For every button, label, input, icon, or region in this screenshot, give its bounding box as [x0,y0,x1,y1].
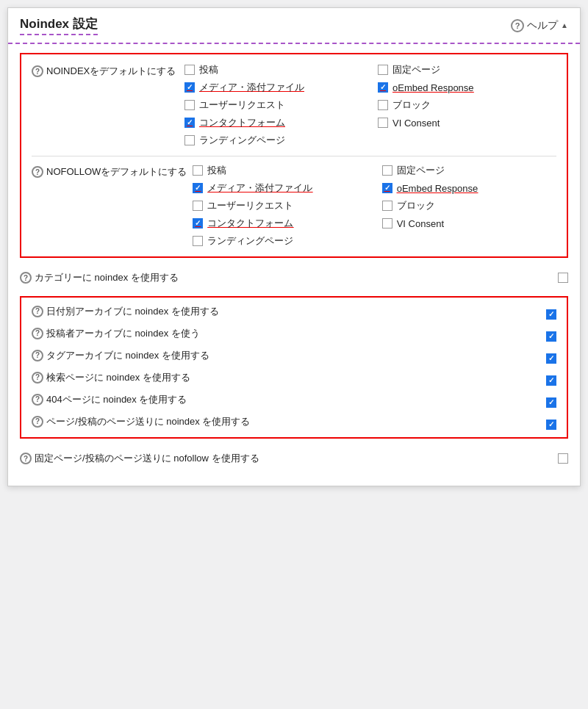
ni-post-checkbox[interactable] [184,65,195,75]
ar-404-question-icon[interactable]: ? [32,394,43,406]
ar-search-checkbox[interactable] [546,375,556,386]
nf-block-checkbox[interactable] [382,201,392,211]
archive-section: ? 日付別アーカイブに noindex を使用する ? 投稿者アーカイブに no… [20,296,568,439]
ni-vi-label: VI Consent [392,118,440,129]
ni-block-item: ブロック [378,98,556,112]
ar-tag-question-icon[interactable]: ? [32,350,43,361]
ar-404-row: ? 404ページに noindex を使用する [32,393,556,408]
nf-landing-checkbox[interactable] [193,236,203,246]
ar-date-label: ? 日付別アーカイブに noindex を使用する [32,305,540,318]
ar-author-row: ? 投稿者アーカイブに noindex を使う [32,327,556,342]
ar-author-cb-col [546,327,556,342]
ni-fixed-label: 固定ページ [392,63,440,76]
category-checkbox[interactable] [558,273,568,283]
nf-media-item: メディア・添付ファイル [193,181,367,195]
noindex-question-icon[interactable]: ? [32,65,43,77]
nofollow-row: ? NOFOLLOWをデフォルトにする 投稿 固定ページ [32,164,556,248]
ar-search-cb-col [546,371,556,386]
noindex-checkbox-grid: 投稿 固定ページ メディア・添付ファイル oEmbed Response [184,63,556,147]
nf-media-checkbox[interactable] [193,183,203,193]
nf-block-label: ブロック [397,199,435,212]
ni-landing-checkbox[interactable] [184,135,195,145]
ar-paged-row: ? ページ/投稿のページ送りに noindex を使用する [32,415,556,430]
ni-landing-label: ランディングページ [199,134,285,147]
fixed-page-question-icon[interactable]: ? [20,453,32,464]
ni-vi-item: VI Consent [378,116,556,129]
ar-paged-label: ? ページ/投稿のページ送りに noindex を使用する [32,415,540,428]
category-cb-col [558,271,568,286]
nofollow-label-text: NOFOLLOWをデフォルトにする [46,165,187,179]
ni-media-checkbox[interactable] [184,82,195,93]
ni-media-item: メディア・添付ファイル [184,81,363,94]
ni-user-label: ユーザーリクエスト [199,98,285,112]
ar-author-question-icon[interactable]: ? [32,328,43,339]
ni-block-checkbox[interactable] [378,100,388,110]
nofollow-question-icon[interactable]: ? [32,166,43,178]
ar-404-checkbox[interactable] [546,397,556,408]
ar-404-cb-col [546,393,556,408]
category-label-text: カテゴリーに noindex を使用する [35,271,179,284]
ar-paged-question-icon[interactable]: ? [32,416,43,428]
ni-oembed-item: oEmbed Response [378,81,556,94]
fixed-page-checkbox[interactable] [558,453,568,464]
ni-fixed-checkbox[interactable] [378,65,388,75]
ni-post-label: 投稿 [199,63,218,76]
help-link[interactable]: ? ヘルプ ▲ [511,19,568,32]
ar-author-checkbox[interactable] [546,331,556,342]
ar-date-question-icon[interactable]: ? [32,306,43,317]
category-question-icon[interactable]: ? [20,272,32,284]
help-caret-icon: ▲ [561,21,568,29]
nf-post-item: 投稿 [193,164,367,177]
nf-landing-label: ランディングページ [207,234,293,248]
page-title: Noindex 設定 [20,15,98,35]
ni-vi-checkbox[interactable] [378,118,388,128]
help-label: ヘルプ [527,19,558,32]
ar-paged-label-text: ページ/投稿のページ送りに noindex を使用する [46,415,250,428]
ar-tag-row: ? タグアーカイブに noindex を使用する [32,349,556,364]
ar-date-row: ? 日付別アーカイブに noindex を使用する [32,305,556,320]
nf-contact-item: コンタクトフォーム [193,217,367,230]
ni-contact-label: コンタクトフォーム [199,116,285,129]
ar-author-label-text: 投稿者アーカイブに noindex を使う [46,327,200,340]
nf-post-label: 投稿 [207,164,226,177]
ar-search-row: ? 検索ページに noindex を使用する [32,371,556,386]
ni-block-label: ブロック [392,98,431,112]
nf-contact-checkbox[interactable] [193,218,203,228]
fixed-page-label-text: 固定ページ/投稿のページ送りに nofollow を使用する [35,452,259,465]
fixed-page-label: ? 固定ページ/投稿のページ送りに nofollow を使用する [20,452,552,465]
ar-author-label: ? 投稿者アーカイブに noindex を使う [32,327,540,340]
nf-user-checkbox[interactable] [193,201,203,211]
nf-fixed-label: 固定ページ [397,164,445,177]
noindex-label: ? NOINDEXをデフォルトにする [32,63,179,78]
ar-404-label: ? 404ページに noindex を使用する [32,393,540,406]
nf-user-item: ユーザーリクエスト [193,199,367,212]
nf-fixed-checkbox[interactable] [382,165,392,176]
noindex-row: ? NOINDEXをデフォルトにする 投稿 固定ページ [32,63,556,147]
nf-vi-checkbox[interactable] [382,218,392,228]
ni-contact-checkbox[interactable] [184,118,195,128]
nf-media-label: メディア・添付ファイル [207,181,312,195]
nf-post-checkbox[interactable] [193,165,203,176]
ar-search-label-text: 検索ページに noindex を使用する [46,371,190,384]
nf-landing-item: ランディングページ [193,234,556,248]
nf-oembed-item: oEmbed Response [382,181,556,195]
ar-date-label-text: 日付別アーカイブに noindex を使用する [46,305,219,318]
nf-fixed-item: 固定ページ [382,164,556,177]
section-divider [32,156,556,156]
ar-date-checkbox[interactable] [546,309,556,320]
ni-fixed-item: 固定ページ [378,63,556,76]
category-row: ? カテゴリーに noindex を使用する [20,268,568,289]
ni-oembed-checkbox[interactable] [378,82,388,93]
category-label: ? カテゴリーに noindex を使用する [20,271,552,284]
ar-tag-label-text: タグアーカイブに noindex を使用する [46,349,209,362]
ar-tag-checkbox[interactable] [546,353,556,364]
nf-oembed-checkbox[interactable] [382,183,392,193]
nofollow-checkbox-grid: 投稿 固定ページ メディア・添付ファイル oEmbed Response [193,164,556,248]
page-header: Noindex 設定 ? ヘルプ ▲ [8,8,580,44]
ar-search-question-icon[interactable]: ? [32,372,43,384]
ni-oembed-label: oEmbed Response [392,82,474,93]
ar-paged-checkbox[interactable] [546,420,556,430]
ni-user-checkbox[interactable] [184,100,195,110]
ar-search-label: ? 検索ページに noindex を使用する [32,371,540,384]
ar-date-cb-col [546,305,556,320]
